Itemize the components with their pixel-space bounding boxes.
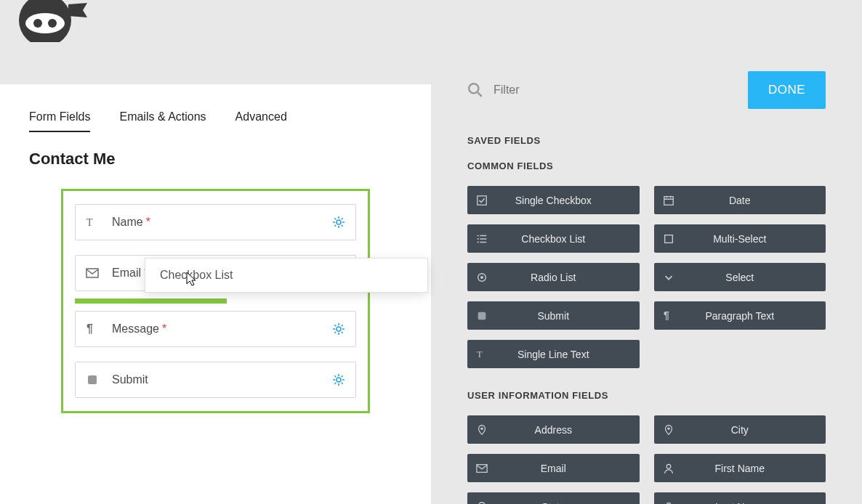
paragraph-icon (663, 310, 674, 322)
field-label: Name* (112, 216, 150, 229)
field-card-single-line-text[interactable]: Single Line Text (467, 340, 640, 368)
field-card-multi-select[interactable]: Multi-Select (654, 224, 826, 253)
tab-form-fields[interactable]: Form Fields (29, 110, 90, 132)
field-card-label: Multi-Select (713, 233, 766, 245)
radio-icon (476, 272, 488, 283)
text-icon (86, 216, 99, 229)
field-library-panel: DONE SAVED FIELDS COMMON FIELDS Single C… (431, 42, 862, 504)
field-card-checkbox-list[interactable]: Checkbox List (467, 224, 640, 253)
field-card-label: Address (535, 424, 572, 436)
user-icon (663, 463, 674, 474)
field-card-state[interactable]: State (467, 492, 640, 504)
field-row-submit[interactable]: Submit (75, 362, 356, 398)
svg-point-18 (33, 19, 42, 28)
filter-input[interactable] (494, 84, 639, 97)
field-card-label: City (731, 424, 749, 436)
field-card-label: Paragraph Text (705, 310, 774, 322)
field-card-label: First Name (715, 463, 765, 474)
field-card-label: State (541, 501, 565, 505)
check-square-icon (476, 195, 488, 206)
field-card-date[interactable]: Date (654, 186, 826, 214)
field-card-select[interactable]: Select (654, 263, 826, 291)
field-card-label: Email (541, 463, 566, 474)
field-card-submit[interactable]: Submit (467, 301, 640, 330)
square-icon (86, 373, 99, 386)
drag-ghost-checkbox-list: Checkbox List (145, 258, 428, 293)
form-builder-panel: Form Fields Emails & Actions Advanced Co… (0, 84, 431, 504)
tab-emails-actions[interactable]: Emails & Actions (119, 110, 206, 132)
field-label: Submit (112, 373, 148, 386)
paragraph-icon (86, 322, 99, 336)
field-card-label: Radio List (531, 272, 576, 283)
field-row-name[interactable]: Name* (75, 204, 356, 240)
field-card-address[interactable]: Address (467, 415, 640, 444)
form-canvas[interactable]: Name* Email* Message* Submit (61, 189, 370, 413)
field-card-label: Single Line Text (517, 349, 589, 360)
list-icon (476, 233, 488, 245)
form-title[interactable]: Contact Me (0, 132, 431, 168)
text-icon (476, 349, 488, 360)
user-icon (663, 501, 674, 505)
gear-icon[interactable] (332, 322, 345, 336)
gear-icon[interactable] (332, 216, 345, 229)
field-card-label: Checkbox List (521, 233, 585, 245)
pin-icon (476, 501, 488, 505)
calendar-icon (663, 195, 674, 206)
field-card-single-checkbox[interactable]: Single Checkbox (467, 186, 640, 214)
section-saved-fields: SAVED FIELDS (467, 135, 826, 146)
field-card-email[interactable]: Email (467, 454, 640, 482)
field-card-radio-list[interactable]: Radio List (467, 263, 640, 291)
field-card-paragraph-text[interactable]: Paragraph Text (654, 301, 826, 330)
tab-advanced[interactable]: Advanced (235, 110, 287, 132)
field-card-last-name[interactable]: Last Name (654, 492, 826, 504)
field-card-city[interactable]: City (654, 415, 826, 444)
field-row-message[interactable]: Message* (75, 311, 356, 347)
section-common-fields: COMMON FIELDS (467, 160, 826, 171)
field-card-label: Submit (537, 310, 569, 322)
gear-icon[interactable] (332, 373, 345, 386)
pin-icon (663, 424, 674, 436)
svg-point-19 (48, 19, 57, 28)
field-card-label: Select (725, 272, 754, 283)
search-icon (467, 82, 483, 98)
pin-icon (476, 424, 488, 436)
section-user-info-fields: USER INFORMATION FIELDS (467, 390, 826, 401)
ninja-logo (16, 0, 89, 42)
done-button[interactable]: DONE (748, 71, 826, 109)
svg-point-17 (25, 13, 65, 33)
square-icon (476, 310, 488, 322)
drop-indicator (75, 298, 227, 304)
field-card-label: Last Name (715, 501, 765, 505)
field-card-first-name[interactable]: First Name (654, 454, 826, 482)
field-card-label: Date (729, 195, 751, 206)
field-label: Message* (112, 322, 166, 336)
mail-icon (86, 267, 99, 280)
field-card-label: Single Checkbox (515, 195, 592, 206)
field-label: Email* (112, 267, 148, 280)
chevron-down-icon (663, 272, 674, 283)
square-outline-icon (663, 233, 674, 245)
mail-icon (476, 463, 488, 474)
